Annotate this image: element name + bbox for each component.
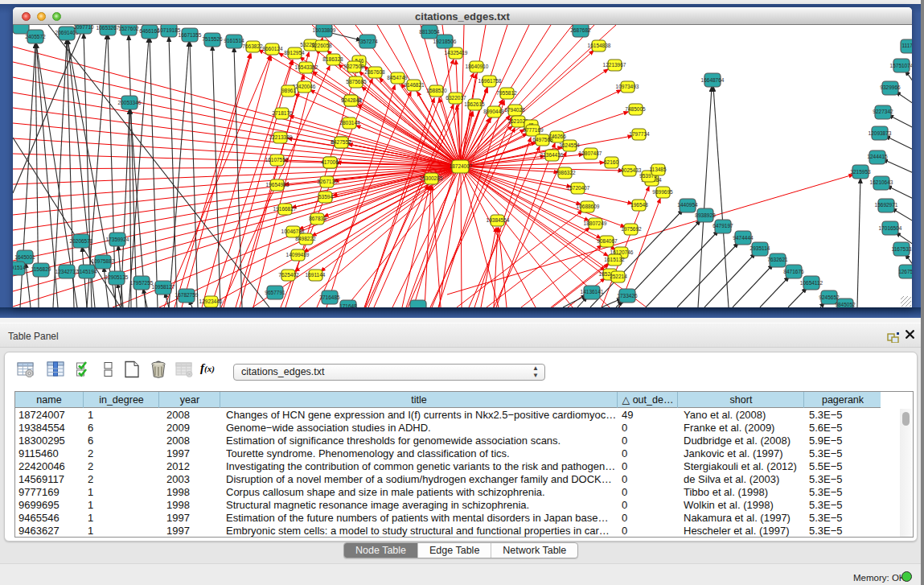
svg-text:9146821: 9146821: [404, 82, 425, 88]
svg-text:9845052: 9845052: [835, 302, 856, 307]
svg-text:2803144: 2803144: [339, 120, 360, 126]
svg-text:16543382: 16543382: [295, 64, 318, 70]
svg-text:53594: 53594: [318, 194, 333, 200]
svg-text:2687682: 2687682: [570, 27, 591, 33]
svg-text:10653267: 10653267: [97, 25, 120, 31]
svg-text:17359924: 17359924: [106, 237, 129, 242]
svg-text:7632621: 7632621: [767, 257, 788, 262]
svg-text:867833: 867833: [309, 216, 326, 221]
svg-text:10654112: 10654112: [800, 280, 823, 286]
svg-text:8938928: 8938928: [695, 212, 716, 218]
svg-text:10688609: 10688609: [577, 204, 600, 209]
svg-text:6322037: 6322037: [446, 95, 466, 101]
svg-text:1691144: 1691144: [306, 272, 326, 278]
svg-text:19654983: 19654983: [266, 182, 290, 187]
svg-text:1244415: 1244415: [867, 154, 888, 159]
svg-text:1645001: 1645001: [14, 254, 35, 260]
svg-text:16961758: 16961758: [478, 78, 502, 84]
svg-text:113485: 113485: [649, 167, 667, 172]
svg-text:8990448: 8990448: [483, 109, 504, 114]
svg-text:19166827: 19166827: [273, 206, 297, 212]
svg-text:10975887: 10975887: [92, 258, 115, 264]
svg-text:20206578: 20206578: [70, 238, 93, 244]
svg-text:1156829: 1156829: [31, 266, 51, 272]
svg-text:14325419: 14325419: [445, 50, 468, 56]
svg-text:1975692: 1975692: [621, 226, 642, 232]
svg-text:1362615: 1362615: [464, 101, 485, 107]
svg-text:2935114: 2935114: [750, 245, 770, 251]
svg-text:16782759: 16782759: [175, 292, 199, 298]
svg-text:17016504: 17016504: [879, 225, 902, 231]
svg-text:9245652: 9245652: [819, 295, 840, 300]
svg-text:9657791: 9657791: [265, 290, 285, 295]
svg-text:25300285: 25300285: [420, 175, 443, 181]
svg-text:3716485: 3716485: [319, 295, 340, 300]
svg-text:126753: 126753: [898, 269, 912, 274]
svg-text:1097710: 1097710: [73, 25, 94, 30]
svg-text:62160: 62160: [604, 159, 618, 165]
svg-text:6479197: 6479197: [713, 223, 733, 229]
svg-text:9084067: 9084067: [597, 238, 618, 244]
svg-text:2867608: 2867608: [364, 69, 385, 75]
svg-text:9242848: 9242848: [341, 97, 362, 103]
svg-text:16107552: 16107552: [265, 157, 289, 163]
svg-text:3624554: 3624554: [559, 142, 580, 148]
svg-text:7955812: 7955812: [496, 90, 517, 96]
svg-text:1588520: 1588520: [426, 88, 447, 93]
svg-text:8471676: 8471676: [783, 269, 804, 274]
svg-text:14099489: 14099489: [286, 252, 310, 257]
svg-text:18807249: 18807249: [584, 220, 607, 226]
svg-text:7625402: 7625402: [278, 272, 299, 278]
svg-text:10719185: 10719185: [158, 27, 181, 33]
svg-text:8498222: 8498222: [295, 236, 316, 241]
svg-text:9899695: 9899695: [652, 189, 673, 195]
svg-text:10958127: 10958127: [152, 284, 175, 290]
svg-text:19384554: 19384554: [487, 217, 510, 223]
svg-text:15692971: 15692971: [875, 202, 898, 208]
svg-text:12093873: 12093873: [869, 130, 892, 136]
svg-text:10973493: 10973493: [616, 84, 639, 89]
svg-text:9161514: 9161514: [224, 38, 244, 43]
svg-text:417006: 417006: [321, 159, 339, 165]
svg-text:5875685: 5875685: [346, 79, 367, 84]
svg-text:19218506: 19218506: [433, 39, 457, 44]
svg-text:17957255: 17957255: [130, 280, 154, 286]
svg-text:12213389: 12213389: [269, 134, 293, 140]
svg-text:16210643: 16210643: [870, 179, 893, 185]
svg-text:2405572: 2405572: [25, 34, 46, 39]
svg-text:8454749: 8454749: [387, 75, 408, 80]
svg-text:7485005: 7485005: [625, 106, 646, 112]
svg-text:16154838: 16154838: [588, 43, 611, 48]
svg-text:98961: 98961: [281, 88, 296, 93]
svg-text:3267130: 3267130: [317, 179, 338, 184]
svg-text:8660124: 8660124: [262, 46, 283, 51]
svg-text:391514: 391514: [13, 265, 26, 270]
svg-text:9227342: 9227342: [873, 109, 893, 114]
svg-text:1615132: 1615132: [604, 257, 625, 262]
svg-text:16671355: 16671355: [179, 32, 202, 38]
svg-text:7663822: 7663822: [242, 43, 263, 49]
svg-text:10025433: 10025433: [618, 167, 642, 173]
svg-text:7515526: 7515526: [202, 36, 223, 42]
svg-text:8813054: 8813054: [419, 29, 440, 35]
svg-text:12342737: 12342737: [55, 269, 79, 274]
svg-text:16648764: 16648764: [701, 77, 725, 83]
svg-text:8427552: 8427552: [331, 139, 351, 145]
svg-text:12905135: 12905135: [105, 274, 129, 280]
svg-text:9327508: 9327508: [343, 64, 364, 69]
svg-text:2718176: 2718176: [272, 110, 293, 116]
svg-text:171648: 171648: [339, 303, 357, 307]
svg-text:7986322: 7986322: [555, 170, 576, 175]
svg-text:18724007: 18724007: [450, 163, 473, 169]
svg-text:12213967: 12213967: [603, 62, 626, 68]
svg-text:1145194: 1145194: [77, 269, 97, 274]
svg-text:1527602: 1527602: [118, 26, 139, 31]
svg-text:1440954: 1440954: [677, 202, 698, 208]
svg-text:18640910: 18640910: [466, 64, 489, 69]
svg-text:10807487: 10807487: [579, 150, 602, 156]
svg-text:1797734: 1797734: [629, 131, 650, 137]
svg-text:11170: 11170: [901, 43, 912, 48]
svg-text:15751074: 15751074: [890, 63, 912, 68]
svg-text:196548: 196548: [630, 202, 648, 208]
svg-text:9474444: 9474444: [733, 235, 754, 241]
